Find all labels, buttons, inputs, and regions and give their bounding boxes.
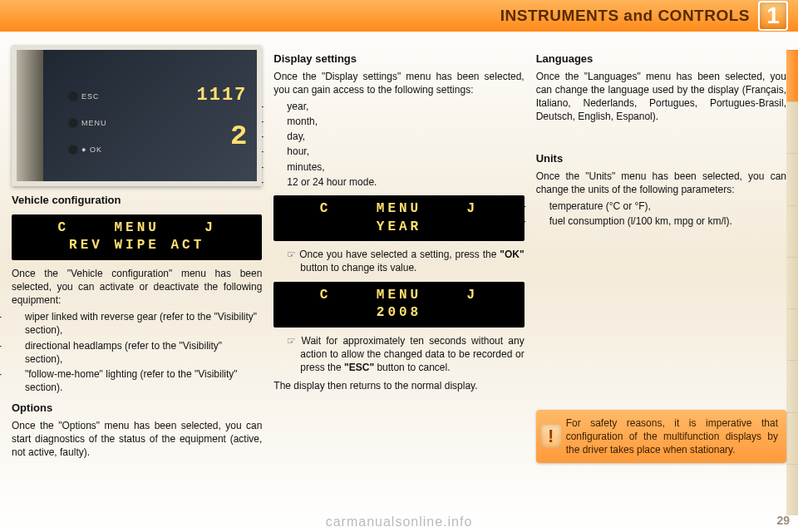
tab (786, 412, 798, 464)
tab (786, 153, 798, 204)
tab (786, 205, 798, 257)
ok-note-post: button to change its value. (300, 262, 416, 273)
esc-bold: "ESC" (344, 362, 374, 373)
vehicle-config-heading: Vehicle configuration (12, 193, 262, 208)
ok-label: ● OK (81, 145, 102, 155)
manual-page: INSTRUMENTS and CONTROLS 1 ESC MENU ● OK… (0, 0, 798, 532)
esc-note: Wait for approximately ten seconds witho… (287, 334, 524, 375)
button-dot (70, 146, 76, 153)
tab (786, 101, 798, 153)
ok-note-pre: Once you have selected a setting, press … (299, 249, 500, 260)
return-note: The display then returns to the normal d… (273, 379, 524, 392)
esc-note-item: Wait for approximately ten seconds witho… (287, 334, 524, 375)
tab (786, 308, 798, 360)
side-tabs (786, 50, 798, 515)
column-center: Display settings Once the "Display setti… (273, 45, 524, 497)
tab (786, 360, 798, 411)
languages-body: Once the "Languages" menu has been selec… (536, 70, 786, 124)
page-header: INSTRUMENTS and CONTROLS 1 (0, 0, 798, 32)
lcd-2008: C MENU J 2008 (273, 282, 524, 328)
list-item: day, (273, 130, 524, 143)
units-list: temperature (°C or °F), fuel consumption… (536, 200, 786, 228)
menu-label: MENU (81, 118, 107, 128)
page-number: 29 (776, 514, 790, 527)
units-heading: Units (536, 151, 786, 166)
lcd-rev-wipe: C MENU J REV WIPE ACT (12, 214, 262, 260)
spacer (536, 234, 786, 400)
esc-note-post: button to cancel. (374, 362, 450, 373)
warning-icon: ! (541, 425, 561, 448)
tab (786, 257, 798, 308)
list-item: wiper linked with reverse gear (refer to… (12, 310, 262, 337)
list-item: hour, (273, 145, 524, 158)
list-item: year, (273, 100, 524, 113)
list-item: 12 or 24 hour mode. (273, 175, 524, 189)
languages-heading: Languages (536, 52, 786, 66)
watermark: carmanualsonline.info (326, 515, 473, 530)
content-columns: ESC MENU ● OK 1117 2 Vehicle configurati… (0, 32, 798, 497)
chapter-badge: 1 (758, 1, 788, 31)
tab-active (786, 50, 798, 101)
list-item: fuel consumption (l/100 km, mpg or km/l)… (536, 214, 786, 228)
options-body: Once the "Options" menu has been selecte… (12, 419, 262, 460)
tab (786, 464, 798, 515)
photo-edge (17, 50, 43, 181)
list-item: directional headlamps (refer to the "Vis… (12, 339, 262, 366)
list-item: "follow-me-home" lighting (refer to the … (12, 367, 262, 394)
options-heading: Options (12, 401, 262, 416)
clock-readout: 1117 (197, 83, 248, 108)
list-item: month, (273, 115, 524, 128)
sub-readout: 2 (230, 118, 247, 156)
button-dot (70, 93, 76, 100)
display-settings-heading: Display settings (273, 52, 524, 66)
ok-note-item: Once you have selected a setting, press … (287, 248, 524, 274)
lcd-year: C MENU J YEAR (273, 195, 524, 241)
dashboard-photo: ESC MENU ● OK 1117 2 (12, 45, 262, 186)
vehicle-config-list: wiper linked with reverse gear (refer to… (12, 310, 262, 394)
safety-warning: ! For safety reasons, it is imperative t… (536, 410, 786, 464)
column-left: ESC MENU ● OK 1117 2 Vehicle configurati… (12, 45, 262, 497)
warning-text: For safety reasons, it is imperative tha… (566, 417, 778, 456)
vehicle-config-intro: Once the "Vehicle configuration" menu ha… (12, 267, 262, 308)
list-item: temperature (°C or °F), (536, 200, 786, 213)
list-item: minutes, (273, 160, 524, 174)
button-dot (70, 120, 76, 126)
column-right: Languages Once the "Languages" menu has … (536, 45, 786, 497)
esc-label: ESC (81, 91, 100, 101)
ok-note: Once you have selected a setting, press … (287, 248, 524, 274)
spacer (536, 126, 786, 145)
display-settings-intro: Once the "Display settings" menu has bee… (273, 70, 524, 96)
header-title: INSTRUMENTS and CONTROLS (500, 7, 750, 25)
units-intro: Once the "Units" menu has been selected,… (536, 170, 786, 196)
ok-bold: "OK" (500, 249, 524, 260)
display-settings-list: year, month, day, hour, minutes, 12 or 2… (273, 100, 524, 189)
